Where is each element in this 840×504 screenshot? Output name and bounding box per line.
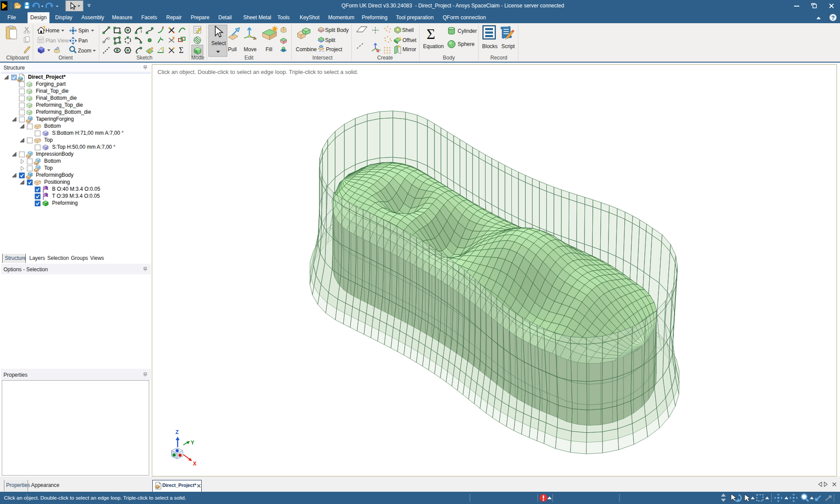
- svg-text:Pan: Pan: [78, 38, 88, 44]
- svg-text:Project: Project: [326, 46, 343, 52]
- svg-text:Home: Home: [46, 28, 60, 34]
- svg-text:Σ: Σ: [427, 26, 435, 42]
- svg-text:Σ: Σ: [179, 46, 183, 55]
- svg-text:Body: Body: [443, 55, 455, 61]
- svg-text:Intersect: Intersect: [312, 55, 333, 61]
- svg-text:Create: Create: [377, 55, 393, 61]
- svg-text:Mode: Mode: [191, 55, 204, 61]
- svg-text:Clipboard: Clipboard: [6, 55, 28, 61]
- svg-text:Select: Select: [211, 40, 226, 46]
- svg-text:Script: Script: [501, 43, 515, 49]
- svg-text:Pull: Pull: [228, 46, 237, 52]
- svg-text:?: ?: [831, 14, 835, 21]
- svg-text:Y: Y: [191, 440, 194, 446]
- svg-text:Orient: Orient: [59, 55, 73, 61]
- svg-text:Move: Move: [244, 46, 257, 52]
- svg-text:Offset: Offset: [402, 37, 416, 43]
- svg-text:Fill: Fill: [266, 46, 272, 52]
- svg-text:Zoom: Zoom: [78, 48, 91, 54]
- svg-text:Z: Z: [175, 429, 178, 435]
- svg-text:Split Body: Split Body: [325, 27, 349, 33]
- svg-text:Record: Record: [490, 55, 508, 61]
- svg-text:Sketch: Sketch: [136, 55, 153, 61]
- svg-text:Sphere: Sphere: [458, 41, 475, 47]
- svg-text:Equation: Equation: [423, 43, 444, 49]
- svg-text:Combine: Combine: [296, 46, 317, 52]
- svg-text:Cylinder: Cylinder: [458, 28, 477, 34]
- svg-text:Mirror: Mirror: [402, 46, 416, 52]
- svg-text:Spin: Spin: [78, 28, 89, 34]
- svg-text:Shell: Shell: [402, 27, 414, 33]
- svg-text:Split: Split: [325, 37, 336, 43]
- svg-text:X: X: [193, 461, 196, 467]
- svg-text:Blocks: Blocks: [482, 43, 497, 49]
- svg-text:Edit: Edit: [245, 55, 254, 61]
- svg-text:Plan View: Plan View: [46, 38, 69, 44]
